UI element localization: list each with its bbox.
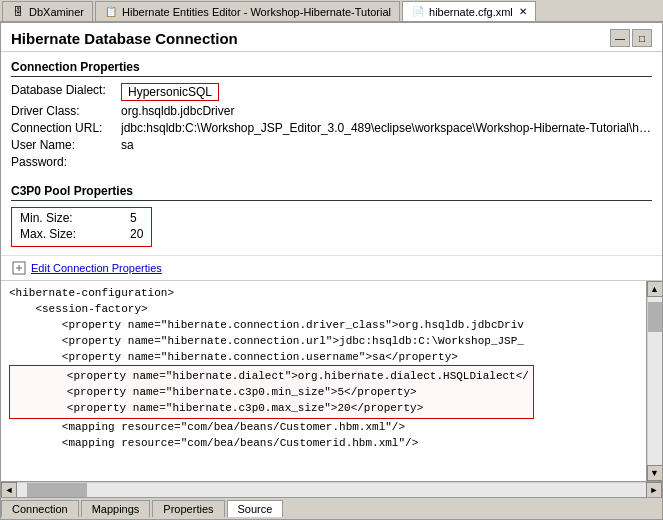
maximize-button[interactable]: □ <box>632 29 652 47</box>
c3p0-max-value: 20 <box>130 227 143 241</box>
minimize-button[interactable]: — <box>610 29 630 47</box>
connection-properties-section: Connection Properties Database Dialect: … <box>1 52 662 180</box>
url-row: Connection URL: jdbc:hsqldb:C:\Workshop_… <box>11 121 652 135</box>
tab-connection[interactable]: Connection <box>1 500 79 517</box>
xml-editor-area: <hibernate-configuration> <session-facto… <box>1 280 662 497</box>
dialect-value: HypersonicSQL <box>121 83 219 101</box>
hibernate-cfg-icon: 📄 <box>411 5 425 19</box>
c3p0-max-row: Max. Size: 20 <box>20 227 143 241</box>
tab-dbxaminer[interactable]: 🗄 DbXaminer <box>2 1 93 21</box>
edit-connection-icon <box>11 260 27 276</box>
main-window: Hibernate Database Connection — □ Connec… <box>0 22 663 520</box>
page-title: Hibernate Database Connection <box>11 30 238 47</box>
username-label: User Name: <box>11 138 121 152</box>
title-buttons: — □ <box>610 29 652 47</box>
tab-source[interactable]: Source <box>227 500 284 517</box>
tab-dbxaminer-label: DbXaminer <box>29 6 84 18</box>
c3p0-max-label: Max. Size: <box>20 227 130 241</box>
scroll-left-button[interactable]: ◄ <box>1 482 17 498</box>
tab-properties[interactable]: Properties <box>152 500 224 517</box>
tab-bar: 🗄 DbXaminer 📋 Hibernate Entities Editor … <box>0 0 663 22</box>
url-label: Connection URL: <box>11 121 121 135</box>
h-scroll-track <box>17 483 646 497</box>
scroll-track <box>648 297 662 465</box>
dialect-row: Database Dialect: HypersonicSQL <box>11 83 652 101</box>
connection-props-title: Connection Properties <box>11 60 652 77</box>
tab-hibernate-editor[interactable]: 📋 Hibernate Entities Editor - Workshop-H… <box>95 1 400 21</box>
hibernate-editor-icon: 📋 <box>104 5 118 19</box>
dialect-label: Database Dialect: <box>11 83 121 101</box>
xml-content: <hibernate-configuration> <session-facto… <box>1 281 662 455</box>
title-bar: Hibernate Database Connection — □ <box>1 23 662 52</box>
tab-hibernate-cfg-label: hibernate.cfg.xml <box>429 6 513 18</box>
c3p0-box: Min. Size: 5 Max. Size: 20 <box>11 207 152 247</box>
close-tab-icon[interactable]: ✕ <box>519 6 527 17</box>
url-value: jdbc:hsqldb:C:\Workshop_JSP_Editor_3.0_4… <box>121 121 652 135</box>
tab-mappings[interactable]: Mappings <box>81 500 151 517</box>
vertical-scrollbar[interactable]: ▲ ▼ <box>646 281 662 481</box>
password-label: Password: <box>11 155 121 169</box>
c3p0-title: C3P0 Pool Properties <box>11 184 652 201</box>
content-area: Connection Properties Database Dialect: … <box>1 52 662 519</box>
username-row: User Name: sa <box>11 138 652 152</box>
c3p0-min-value: 5 <box>130 211 143 225</box>
horizontal-scrollbar[interactable]: ◄ ► <box>1 481 662 497</box>
c3p0-min-row: Min. Size: 5 <box>20 211 143 225</box>
scroll-right-button[interactable]: ► <box>646 482 662 498</box>
h-scroll-thumb[interactable] <box>27 483 87 497</box>
scroll-down-button[interactable]: ▼ <box>647 465 663 481</box>
username-value: sa <box>121 138 652 152</box>
xml-scroll-container[interactable]: <hibernate-configuration> <session-facto… <box>1 281 662 481</box>
password-row: Password: <box>11 155 652 169</box>
driver-row: Driver Class: org.hsqldb.jdbcDriver <box>11 104 652 118</box>
edit-link-bar: Edit Connection Properties <box>1 255 662 280</box>
c3p0-min-label: Min. Size: <box>20 211 130 225</box>
scroll-up-button[interactable]: ▲ <box>647 281 663 297</box>
bottom-tab-bar: Connection Mappings Properties Source <box>1 497 662 519</box>
dbxaminer-icon: 🗄 <box>11 5 25 19</box>
edit-connection-link[interactable]: Edit Connection Properties <box>31 262 162 274</box>
driver-value: org.hsqldb.jdbcDriver <box>121 104 652 118</box>
password-value <box>121 155 652 169</box>
tab-hibernate-cfg[interactable]: 📄 hibernate.cfg.xml ✕ <box>402 1 536 21</box>
c3p0-section: C3P0 Pool Properties Min. Size: 5 Max. S… <box>1 180 662 255</box>
driver-label: Driver Class: <box>11 104 121 118</box>
tab-hibernate-editor-label: Hibernate Entities Editor - Workshop-Hib… <box>122 6 391 18</box>
scroll-thumb[interactable] <box>648 302 662 332</box>
